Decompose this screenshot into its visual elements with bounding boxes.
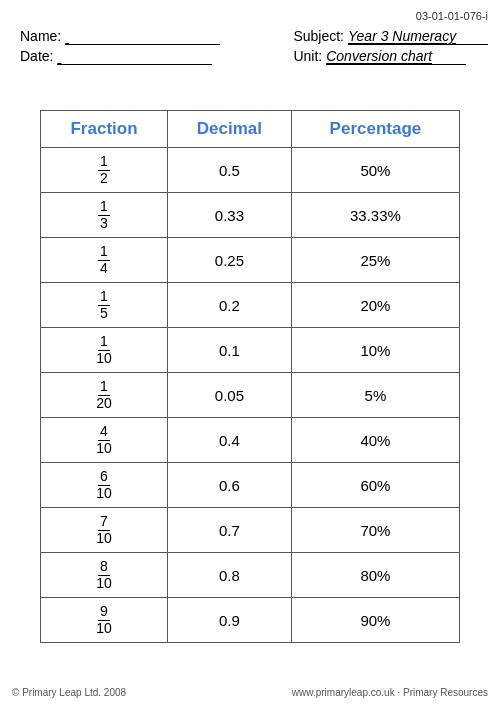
header-right: Subject: Year 3 Numeracy Unit: Conversio… bbox=[293, 28, 488, 65]
fraction-cell: 14 bbox=[41, 238, 168, 283]
conversion-table: Fraction Decimal Percentage 120.550%130.… bbox=[40, 110, 460, 643]
footer: © Primary Leap Ltd. 2008 www.primaryleap… bbox=[12, 687, 488, 698]
table-header-row: Fraction Decimal Percentage bbox=[41, 111, 460, 148]
footer-left: © Primary Leap Ltd. 2008 bbox=[12, 687, 126, 698]
decimal-cell: 0.6 bbox=[168, 463, 292, 508]
percentage-cell: 33.33% bbox=[291, 193, 459, 238]
fraction-cell: 910 bbox=[41, 598, 168, 643]
percentage-cell: 20% bbox=[291, 283, 459, 328]
conversion-table-container: Fraction Decimal Percentage 120.550%130.… bbox=[40, 110, 460, 643]
subject-label: Subject: bbox=[293, 28, 344, 44]
page-id: 03-01-01-076-i bbox=[416, 10, 488, 22]
footer-right: www.primaryleap.co.uk · Primary Resource… bbox=[292, 687, 488, 698]
decimal-cell: 0.7 bbox=[168, 508, 292, 553]
header-left: Name: Date: bbox=[20, 28, 220, 65]
fraction-cell: 120 bbox=[41, 373, 168, 418]
decimal-cell: 0.05 bbox=[168, 373, 292, 418]
percentage-cell: 70% bbox=[291, 508, 459, 553]
header: Name: Date: Subject: Year 3 Numeracy Uni… bbox=[20, 28, 488, 65]
header-decimal: Decimal bbox=[168, 111, 292, 148]
decimal-cell: 0.2 bbox=[168, 283, 292, 328]
fraction-cell: 110 bbox=[41, 328, 168, 373]
percentage-cell: 60% bbox=[291, 463, 459, 508]
table-row: 9100.990% bbox=[41, 598, 460, 643]
unit-value: Conversion chart bbox=[326, 48, 466, 65]
table-row: 130.3333.33% bbox=[41, 193, 460, 238]
fraction-cell: 15 bbox=[41, 283, 168, 328]
decimal-cell: 0.5 bbox=[168, 148, 292, 193]
table-row: 1200.055% bbox=[41, 373, 460, 418]
unit-label: Unit: bbox=[293, 48, 322, 64]
table-row: 140.2525% bbox=[41, 238, 460, 283]
date-label: Date: bbox=[20, 48, 53, 64]
subject-value: Year 3 Numeracy bbox=[348, 28, 488, 45]
fraction-cell: 13 bbox=[41, 193, 168, 238]
table-row: 120.550% bbox=[41, 148, 460, 193]
fraction-cell: 710 bbox=[41, 508, 168, 553]
name-label: Name: bbox=[20, 28, 61, 44]
fraction-cell: 12 bbox=[41, 148, 168, 193]
decimal-cell: 0.9 bbox=[168, 598, 292, 643]
fraction-cell: 410 bbox=[41, 418, 168, 463]
percentage-cell: 40% bbox=[291, 418, 459, 463]
decimal-cell: 0.25 bbox=[168, 238, 292, 283]
header-fraction: Fraction bbox=[41, 111, 168, 148]
percentage-cell: 50% bbox=[291, 148, 459, 193]
name-field: Name: bbox=[20, 28, 220, 45]
decimal-cell: 0.33 bbox=[168, 193, 292, 238]
percentage-cell: 80% bbox=[291, 553, 459, 598]
table-row: 8100.880% bbox=[41, 553, 460, 598]
date-field: Date: bbox=[20, 48, 220, 65]
date-value bbox=[57, 48, 212, 65]
table-row: 1100.110% bbox=[41, 328, 460, 373]
percentage-cell: 90% bbox=[291, 598, 459, 643]
name-value bbox=[65, 28, 220, 45]
header-percentage: Percentage bbox=[291, 111, 459, 148]
fraction-cell: 610 bbox=[41, 463, 168, 508]
unit-field: Unit: Conversion chart bbox=[293, 48, 488, 65]
decimal-cell: 0.4 bbox=[168, 418, 292, 463]
percentage-cell: 10% bbox=[291, 328, 459, 373]
decimal-cell: 0.8 bbox=[168, 553, 292, 598]
percentage-cell: 25% bbox=[291, 238, 459, 283]
fraction-cell: 810 bbox=[41, 553, 168, 598]
decimal-cell: 0.1 bbox=[168, 328, 292, 373]
table-row: 7100.770% bbox=[41, 508, 460, 553]
table-row: 4100.440% bbox=[41, 418, 460, 463]
percentage-cell: 5% bbox=[291, 373, 459, 418]
subject-field: Subject: Year 3 Numeracy bbox=[293, 28, 488, 45]
table-row: 150.220% bbox=[41, 283, 460, 328]
table-row: 6100.660% bbox=[41, 463, 460, 508]
